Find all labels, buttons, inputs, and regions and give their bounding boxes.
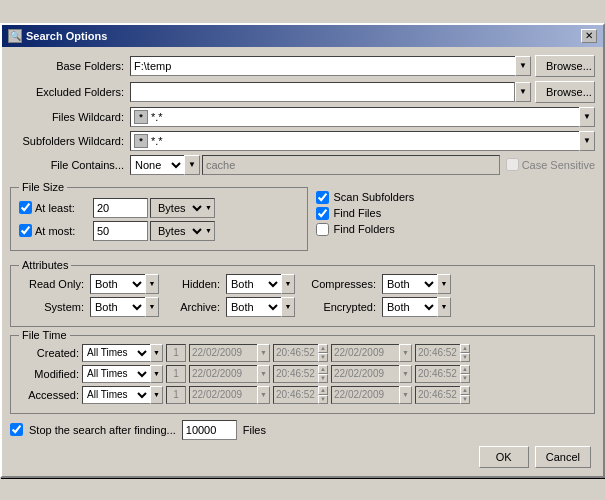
read-only-select[interactable]: BothYesNo (90, 274, 145, 294)
created-time2[interactable] (415, 344, 460, 362)
stop-row: Stop the search after finding... 10000 F… (10, 420, 595, 440)
hidden-select[interactable]: BothYesNo (226, 274, 281, 294)
base-folders-dropdown-btn[interactable]: ▼ (515, 56, 531, 76)
modified-time1[interactable] (273, 365, 318, 383)
created-date2-btn[interactable]: ▼ (399, 344, 412, 362)
modified-date1-wrap: ▼ (189, 365, 270, 383)
modified-type-wrap: All Times ▼ (82, 365, 163, 383)
modified-time2-up[interactable]: ▲ (460, 365, 470, 374)
accessed-time2[interactable] (415, 386, 460, 404)
encrypted-select[interactable]: BothYesNo (382, 297, 437, 317)
modified-date2-btn[interactable]: ▼ (399, 365, 412, 383)
encrypted-select-wrap: BothYesNo ▼ (382, 297, 451, 317)
compresses-select[interactable]: BothYesNo (382, 274, 437, 294)
at-least-checkbox[interactable] (19, 201, 32, 214)
at-least-input[interactable]: 20 (93, 198, 148, 218)
accessed-type-btn[interactable]: ▼ (150, 386, 163, 404)
find-folders-checkbox[interactable] (316, 223, 329, 236)
system-dropdown-btn[interactable]: ▼ (145, 297, 159, 317)
stop-input[interactable]: 10000 (182, 420, 237, 440)
file-contains-dropdown-btn[interactable]: ▼ (184, 155, 200, 175)
created-type-btn[interactable]: ▼ (150, 344, 163, 362)
at-most-unit-select[interactable]: Bytes (151, 224, 205, 238)
excluded-folders-dropdown-btn[interactable]: ▼ (515, 82, 531, 102)
files-wildcard-dropdown-btn[interactable]: ▼ (579, 107, 595, 127)
modified-type-btn[interactable]: ▼ (150, 365, 163, 383)
accessed-date1[interactable] (189, 386, 257, 404)
encrypted-dropdown-btn[interactable]: ▼ (437, 297, 451, 317)
scan-subfolders-checkbox[interactable] (316, 191, 329, 204)
excluded-folders-browse-btn[interactable]: Browse... (535, 81, 595, 103)
compresses-dropdown-btn[interactable]: ▼ (437, 274, 451, 294)
accessed-type-select[interactable]: All Times (82, 386, 150, 404)
compresses-label: Compresses: (301, 278, 376, 290)
files-label: Files (243, 424, 266, 436)
find-files-checkbox[interactable] (316, 207, 329, 220)
modified-date2[interactable] (331, 365, 399, 383)
file-contains-row: File Contains... None ▼ Case Sensitive (10, 155, 595, 175)
read-only-dropdown-btn[interactable]: ▼ (145, 274, 159, 294)
case-sensitive-checkbox[interactable] (506, 158, 519, 171)
file-contains-select[interactable]: None (130, 155, 184, 175)
files-wildcard-value: *.* (151, 111, 163, 123)
created-time1[interactable] (273, 344, 318, 362)
base-folders-input[interactable]: F:\temp (130, 56, 515, 76)
created-time1-down[interactable]: ▼ (318, 353, 328, 362)
created-time2-up[interactable]: ▲ (460, 344, 470, 353)
accessed-num[interactable] (166, 386, 186, 404)
created-time1-up[interactable]: ▲ (318, 344, 328, 353)
modified-time1-down[interactable]: ▼ (318, 374, 328, 383)
accessed-date2-btn[interactable]: ▼ (399, 386, 412, 404)
at-most-input[interactable]: 50 (93, 221, 148, 241)
cancel-button[interactable]: Cancel (535, 446, 591, 468)
modified-num[interactable] (166, 365, 186, 383)
system-select[interactable]: BothYesNo (90, 297, 145, 317)
modified-date1[interactable] (189, 365, 257, 383)
close-button[interactable]: ✕ (581, 29, 597, 43)
accessed-time1-down[interactable]: ▼ (318, 395, 328, 404)
accessed-time1[interactable] (273, 386, 318, 404)
modified-date1-btn[interactable]: ▼ (257, 365, 270, 383)
modified-time1-up[interactable]: ▲ (318, 365, 328, 374)
case-sensitive-label: Case Sensitive (522, 159, 595, 171)
subfolders-wildcard-value: *.* (151, 135, 163, 147)
created-date1-btn[interactable]: ▼ (257, 344, 270, 362)
archive-select-wrap: BothYesNo ▼ (226, 297, 295, 317)
created-date1[interactable] (189, 344, 257, 362)
accessed-type-wrap: All Times ▼ (82, 386, 163, 404)
at-least-unit-select[interactable]: Bytes (151, 201, 205, 215)
archive-select[interactable]: BothYesNo (226, 297, 281, 317)
created-type-wrap: All Times ▼ (82, 344, 163, 362)
stop-checkbox[interactable] (10, 423, 23, 436)
created-type-select[interactable]: All Times (82, 344, 150, 362)
accessed-time1-spin: ▲ ▼ (318, 386, 328, 404)
created-time1-wrap: ▲ ▼ (273, 344, 328, 362)
accessed-date1-btn[interactable]: ▼ (257, 386, 270, 404)
created-time2-down[interactable]: ▼ (460, 353, 470, 362)
modified-time2-wrap: ▲ ▼ (415, 365, 470, 383)
hidden-dropdown-btn[interactable]: ▼ (281, 274, 295, 294)
modified-time2-down[interactable]: ▼ (460, 374, 470, 383)
modified-type-select[interactable]: All Times (82, 365, 150, 383)
created-date1-wrap: ▼ (189, 344, 270, 362)
accessed-date2[interactable] (331, 386, 399, 404)
find-folders-label: Find Folders (334, 223, 395, 235)
accessed-time2-up[interactable]: ▲ (460, 386, 470, 395)
base-folders-browse-btn[interactable]: Browse... (535, 55, 595, 77)
ok-button[interactable]: OK (479, 446, 529, 468)
file-contains-input[interactable] (202, 155, 500, 175)
subfolders-wildcard-dropdown-btn[interactable]: ▼ (579, 131, 595, 151)
created-date2[interactable] (331, 344, 399, 362)
modified-time1-spin: ▲ ▼ (318, 365, 328, 383)
modified-time2[interactable] (415, 365, 460, 383)
archive-dropdown-btn[interactable]: ▼ (281, 297, 295, 317)
excluded-folders-input[interactable] (130, 82, 515, 102)
title-bar: 🔍 Search Options ✕ (2, 25, 603, 47)
attributes-row2: System: BothYesNo ▼ Archive: BothYesNo ▼… (19, 297, 586, 317)
accessed-time2-down[interactable]: ▼ (460, 395, 470, 404)
wildcard-icon: * (134, 110, 148, 124)
created-num[interactable] (166, 344, 186, 362)
accessed-time1-up[interactable]: ▲ (318, 386, 328, 395)
search-options-dialog: 🔍 Search Options ✕ Base Folders: F:\temp… (0, 23, 605, 478)
at-most-checkbox[interactable] (19, 224, 32, 237)
